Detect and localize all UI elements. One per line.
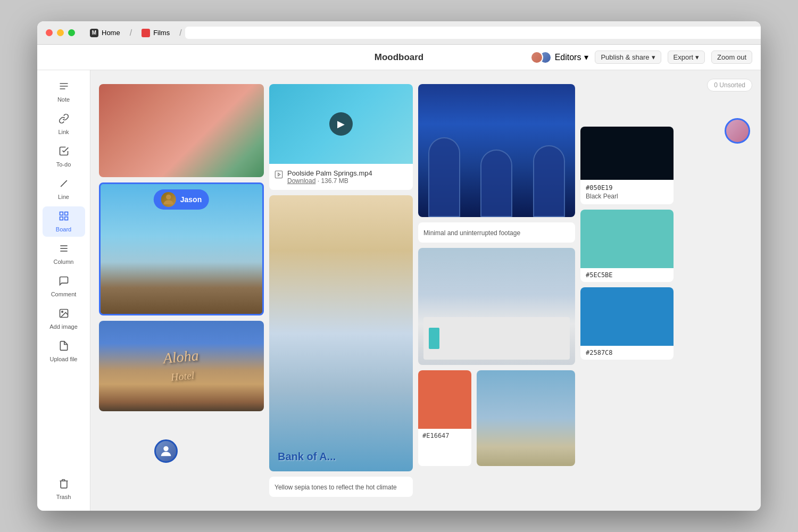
home-tab-icon: M <box>90 29 98 37</box>
note-icon <box>59 81 69 94</box>
tab-sep-2: / <box>179 28 181 38</box>
export-chevron-icon: ▾ <box>695 53 699 61</box>
publish-chevron-icon: ▾ <box>652 53 655 61</box>
card-palms-2[interactable] <box>477 370 575 466</box>
editors-chevron-icon: ▾ <box>584 52 588 62</box>
board-icon <box>59 211 69 224</box>
card-pink-building[interactable] <box>99 84 264 177</box>
download-link[interactable]: Download <box>287 177 315 185</box>
black-hex: #050E19 <box>586 184 668 192</box>
blue-label: #2587C8 <box>580 346 674 360</box>
card-note-1: Minimal and uninterrupted footage <box>418 222 575 243</box>
sidebar-item-column[interactable]: Column <box>43 239 85 269</box>
video-file-icon <box>275 170 283 181</box>
sidebar-item-upload-file[interactable]: Upload file <box>43 336 85 367</box>
svg-point-19 <box>61 311 63 313</box>
close-button[interactable] <box>46 29 53 36</box>
svg-rect-14 <box>64 217 68 220</box>
orange-swatch <box>418 370 471 429</box>
card-color-blue: #2587C8 <box>580 287 674 360</box>
export-button[interactable]: Export ▾ <box>668 51 705 64</box>
editor-avatar-1 <box>530 51 543 64</box>
sidebar-item-board[interactable]: Board <box>43 206 85 237</box>
card-video[interactable]: ▶ Poolside Palm Springs.mp4 Download · 1… <box>269 84 413 190</box>
add-image-icon <box>59 308 69 321</box>
moodboard-grid: Jason AlohaHotel ▶ <box>99 79 752 497</box>
publish-share-button[interactable]: Publish & share ▾ <box>595 51 661 64</box>
video-size: · 136.7 MB <box>318 177 348 185</box>
column-3: Minimal and uninterrupted footage <box>418 84 575 497</box>
note-2-text: Yellow sepia tones to reflect the hot cl… <box>275 484 397 491</box>
card-midcentury[interactable] <box>418 248 575 365</box>
editors-avatars <box>530 51 552 64</box>
sidebar-item-link-label: Link <box>58 129 69 135</box>
sidebar-item-trash-label: Trash <box>56 494 71 500</box>
tab-films[interactable]: Films <box>135 27 176 39</box>
trash-icon <box>59 478 69 492</box>
svg-rect-13 <box>60 217 63 220</box>
user-cursor-avatar-2 <box>154 439 178 463</box>
note-1-text: Minimal and uninterrupted footage <box>423 229 520 237</box>
traffic-lights <box>46 29 75 36</box>
sidebar-item-comment[interactable]: Comment <box>43 271 85 302</box>
svg-rect-22 <box>275 171 282 178</box>
sidebar-item-link[interactable]: Link <box>43 109 85 139</box>
tab-moodboard[interactable]: Moodboard <box>185 27 761 39</box>
tab-home[interactable]: M Home <box>84 27 127 39</box>
sidebar-item-trash[interactable]: Trash <box>43 474 85 504</box>
svg-point-21 <box>166 195 171 200</box>
column-1: Jason AlohaHotel <box>99 84 264 497</box>
main-area: Note Link To-do Line <box>37 70 761 511</box>
upload-file-icon <box>59 340 69 354</box>
card-aloha-hotel[interactable]: AlohaHotel <box>99 321 264 411</box>
sidebar-item-add-image[interactable]: Add image <box>43 304 85 334</box>
teal-label: #5EC5BE <box>580 268 674 282</box>
line-icon <box>59 178 69 192</box>
editors-button[interactable]: Editors ▾ <box>530 51 589 64</box>
canvas: 0 Unsorted <box>90 70 761 511</box>
card-arch[interactable] <box>418 84 575 217</box>
page-title: Moodboard <box>375 52 424 63</box>
play-button[interactable]: ▶ <box>329 112 353 136</box>
titlebar: M Home / Films / Moodboard 0 <box>37 21 761 45</box>
video-info: Poolside Palm Springs.mp4 Download · 136… <box>269 164 413 190</box>
zoom-out-button[interactable]: Zoom out <box>711 51 752 64</box>
sidebar: Note Link To-do Line <box>37 70 90 511</box>
maximize-button[interactable] <box>68 29 75 36</box>
app-window: M Home / Films / Moodboard 0 <box>37 21 761 511</box>
svg-rect-11 <box>60 212 63 215</box>
col4-spacer <box>580 84 674 121</box>
bank-text: Bank of A... <box>278 451 336 463</box>
column-icon <box>59 243 69 256</box>
minimize-button[interactable] <box>57 29 64 36</box>
sidebar-item-column-label: Column <box>54 259 74 265</box>
sidebar-item-todo[interactable]: To-do <box>43 142 85 172</box>
export-label: Export <box>674 53 694 61</box>
sidebar-item-note[interactable]: Note <box>43 77 85 107</box>
toolbar-actions: Editors ▾ Publish & share ▾ Export ▾ Zoo… <box>530 51 752 64</box>
svg-marker-23 <box>278 173 280 176</box>
editors-label: Editors <box>555 53 581 62</box>
card-color-teal: #5EC5BE <box>580 210 674 282</box>
teal-swatch <box>580 210 674 268</box>
svg-line-10 <box>61 180 67 187</box>
cursor-avatar-2 <box>154 439 178 463</box>
card-bank-building[interactable]: Bank of A... <box>269 195 413 471</box>
card-note-2: Yellow sepia tones to reflect the hot cl… <box>269 477 413 497</box>
card-color-black: #050E19 Black Pearl <box>580 127 674 204</box>
cursor-avatar <box>725 118 750 144</box>
aloha-hotel-text: AlohaHotel <box>162 347 201 386</box>
video-filename: Poolside Palm Springs.mp4 <box>287 169 372 177</box>
sidebar-item-board-label: Board <box>56 226 71 232</box>
tab-films-label: Films <box>153 29 170 37</box>
video-download: Download · 136.7 MB <box>287 177 372 185</box>
toolbar: Moodboard Editors ▾ Publish & share ▾ Ex… <box>37 45 761 70</box>
sidebar-item-line[interactable]: Line <box>43 174 85 204</box>
orange-label: #E16647 <box>418 429 471 443</box>
video-thumbnail: ▶ <box>269 84 413 164</box>
black-swatch <box>580 127 674 180</box>
card-palm-sky[interactable]: Jason <box>99 182 264 315</box>
comment-icon <box>59 276 69 289</box>
sidebar-item-todo-label: To-do <box>56 161 71 168</box>
unsorted-badge: 0 Unsorted <box>707 79 752 92</box>
